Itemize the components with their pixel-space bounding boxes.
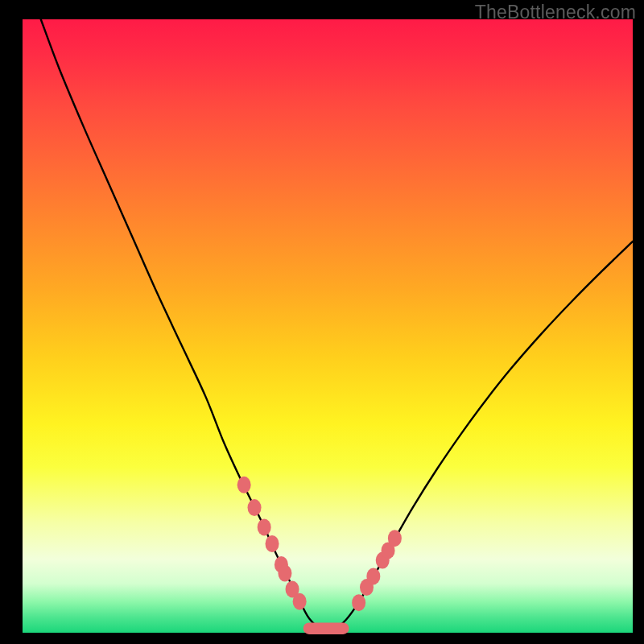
trough-bar-rect (303, 622, 349, 634)
marker-dot (266, 535, 279, 552)
plot-area (23, 19, 633, 633)
marker-dot (278, 565, 291, 582)
chart-svg (23, 19, 633, 633)
marker-dot (366, 568, 380, 584)
marker-dot (352, 594, 365, 611)
bottleneck-curve (41, 19, 633, 630)
left-branch-markers (237, 477, 307, 610)
curve-path (41, 19, 633, 630)
marker-dot (388, 530, 402, 547)
trough-bar (303, 622, 349, 634)
watermark-text: TheBottleneck.com (475, 2, 636, 23)
outer-black-frame (11, 19, 633, 644)
marker-dot (237, 477, 251, 493)
marker-dot (248, 499, 262, 516)
marker-dot (258, 518, 271, 535)
marker-dot (293, 593, 307, 610)
right-branch-markers (352, 530, 402, 611)
